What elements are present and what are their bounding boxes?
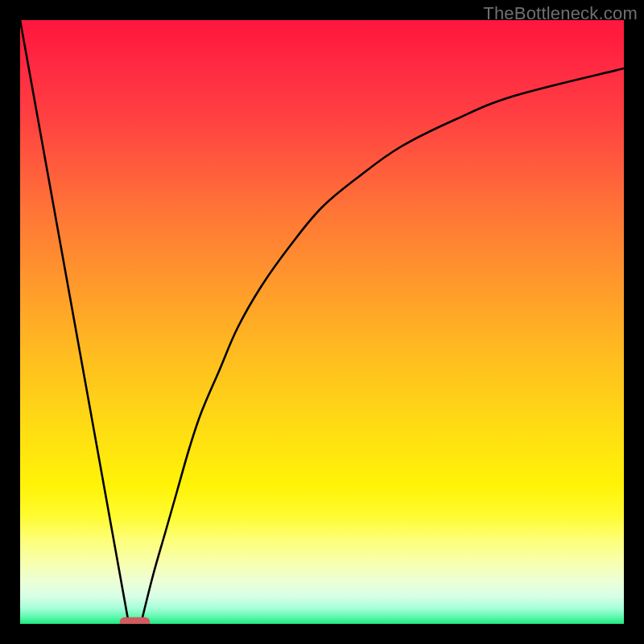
curve-left-segment: [20, 20, 129, 624]
watermark-text: TheBottleneck.com: [483, 3, 638, 24]
curve-right-segment: [141, 68, 624, 624]
chart-frame: TheBottleneck.com: [0, 0, 644, 644]
curve-group: [20, 20, 624, 624]
plot-area: [20, 20, 624, 624]
curve-overlay: [20, 20, 624, 624]
minimum-marker: [120, 617, 151, 624]
